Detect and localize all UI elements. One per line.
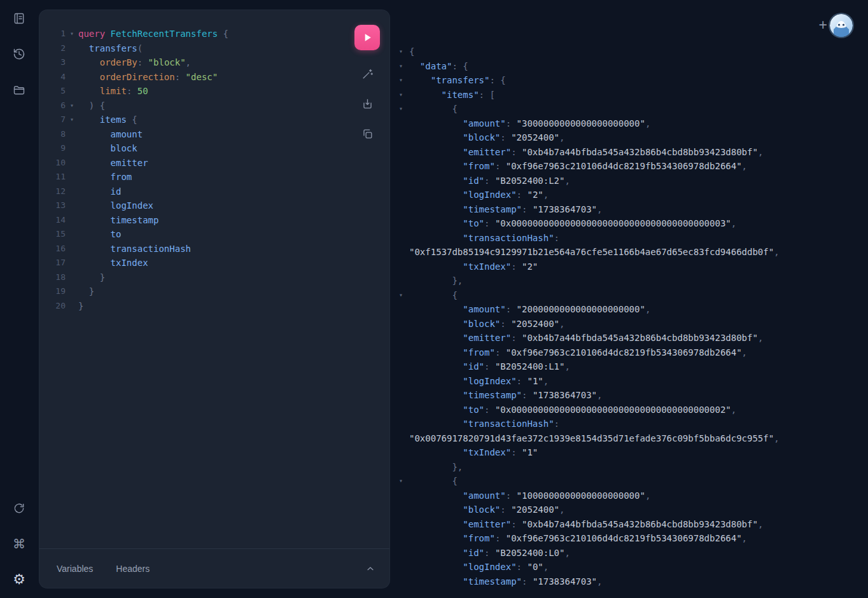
response-code-line: ▾ "data": {: [395, 59, 868, 74]
editor-code-line[interactable]: 18 }: [39, 270, 344, 285]
response-code-line: "emitter": "0xb4b7a44bfbda545a432b86b4cb…: [395, 145, 868, 160]
docs-panel-icon[interactable]: [12, 11, 26, 25]
response-code-line: },: [395, 460, 868, 475]
fold-spacer: [395, 531, 409, 546]
editor-code-line[interactable]: 13 logIndex: [39, 198, 344, 213]
editor-code-line[interactable]: 11 from: [39, 170, 344, 184]
code-text: "logIndex": "0",: [409, 560, 549, 574]
query-editor[interactable]: 1▾query FetchRecentTransfers {2 transfer…: [39, 27, 344, 313]
fold-spacer: [395, 116, 409, 131]
editor-code-line[interactable]: 8 amount: [39, 127, 344, 142]
fold-toggle-icon[interactable]: ▾: [395, 73, 409, 88]
fold-spacer: [395, 445, 409, 460]
prettify-button[interactable]: [361, 67, 374, 80]
editor-code-line[interactable]: 17 txIndex: [39, 256, 344, 270]
fold-toggle-icon[interactable]: ▾: [395, 59, 409, 74]
code-text: orderBy: "block",: [78, 55, 191, 70]
editor-code-line[interactable]: 2 transfers(: [39, 41, 344, 56]
keyboard-shortcuts-icon[interactable]: ⌘: [12, 537, 26, 551]
collections-icon[interactable]: [12, 83, 26, 97]
app-logo: [830, 14, 853, 37]
code-text: {: [409, 288, 458, 303]
editor-code-line[interactable]: 3 orderBy: "block",: [39, 55, 344, 70]
fold-spacer: [66, 156, 78, 170]
response-code-line: "0xf1537db85194c9129971b21e564a76cfe5e11…: [395, 245, 868, 260]
code-text: {: [409, 45, 414, 59]
code-text: "block": "2052400",: [409, 317, 564, 331]
line-number: 7: [39, 113, 66, 127]
fold-spacer: [395, 388, 409, 403]
editor-code-line[interactable]: 7▾ items {: [39, 113, 344, 127]
code-text: id: [78, 184, 121, 199]
response-code-line: "block": "2052400",: [395, 317, 868, 331]
collapse-footer-button[interactable]: [365, 564, 375, 574]
fold-spacer: [395, 174, 409, 188]
new-tab-button[interactable]: +: [819, 17, 827, 32]
fold-toggle-icon[interactable]: ▾: [395, 102, 409, 116]
code-text: "txIndex": "2": [409, 260, 538, 274]
history-icon[interactable]: [12, 47, 26, 61]
code-text: "timestamp": "1738364703",: [409, 202, 602, 217]
code-text: "transfers": {: [409, 73, 506, 88]
code-text: }: [78, 299, 83, 314]
code-text: "logIndex": "1",: [409, 374, 549, 389]
fold-toggle-icon[interactable]: ▾: [66, 27, 78, 41]
fold-spacer: [395, 130, 409, 145]
editor-code-line[interactable]: 16 transactionHash: [39, 242, 344, 256]
line-number: 14: [39, 213, 66, 228]
editor-code-line[interactable]: 14 timestamp: [39, 213, 344, 228]
response-code-line: "to": "0x0000000000000000000000000000000…: [395, 403, 868, 417]
fold-spacer: [66, 55, 78, 70]
tab-variables[interactable]: Variables: [57, 564, 93, 574]
editor-code-line[interactable]: 12 id: [39, 184, 344, 199]
line-number: 18: [39, 270, 66, 285]
editor-code-line[interactable]: 6▾ ) {: [39, 99, 344, 113]
left-icon-rail: ⌘ ⚙: [0, 0, 38, 598]
line-number: 11: [39, 170, 66, 184]
code-text: },: [409, 274, 463, 288]
editor-code-line[interactable]: 5 limit: 50: [39, 84, 344, 99]
refresh-schema-icon[interactable]: [12, 501, 26, 515]
response-code-line: ▾ "items": [: [395, 88, 868, 102]
fold-spacer: [395, 517, 409, 532]
code-text: },: [409, 460, 463, 475]
editor-code-line[interactable]: 1▾query FetchRecentTransfers {: [39, 27, 344, 41]
merge-fragments-button[interactable]: [361, 97, 374, 110]
rail-bottom-group: ⌘ ⚙: [12, 480, 26, 587]
response-code-line: "to": "0x0000000000000000000000000000000…: [395, 216, 868, 231]
fold-toggle-icon[interactable]: ▾: [66, 113, 78, 127]
response-code-line: ▾ {: [395, 474, 868, 489]
response-viewer: ▾{▾ "data": {▾ "transfers": {▾ "items": …: [395, 45, 868, 598]
fold-toggle-icon[interactable]: ▾: [395, 88, 409, 102]
code-text: "id": "B2052400:L2",: [409, 174, 570, 188]
settings-gear-icon[interactable]: ⚙: [12, 573, 26, 587]
code-text: transactionHash: [78, 242, 191, 256]
response-code-line: "id": "B2052400:L2",: [395, 174, 868, 188]
fold-toggle-icon[interactable]: ▾: [395, 45, 409, 59]
fold-spacer: [395, 188, 409, 202]
tab-headers[interactable]: Headers: [116, 564, 150, 574]
line-number: 17: [39, 256, 66, 270]
editor-code-line[interactable]: 4 orderDirection: "desc": [39, 70, 344, 85]
copy-query-button[interactable]: [361, 127, 374, 140]
fold-spacer: [66, 170, 78, 184]
editor-code-line[interactable]: 19 }: [39, 284, 344, 299]
response-code-line: "logIndex": "0",: [395, 560, 868, 574]
code-text: "amount": "1000000000000000000000",: [409, 489, 650, 503]
response-code-line: ▾ "transfers": {: [395, 73, 868, 88]
fold-toggle-icon[interactable]: ▾: [395, 474, 409, 489]
editor-code-line[interactable]: 20}: [39, 299, 344, 314]
editor-code-line[interactable]: 10 emitter: [39, 156, 344, 170]
code-text: "to": "0x0000000000000000000000000000000…: [409, 403, 736, 417]
response-code-line: "from": "0xf96e7963c210106d4dc8219fb5343…: [395, 159, 868, 174]
execute-query-button[interactable]: [354, 25, 380, 50]
line-number: 6: [39, 99, 66, 113]
line-number: 16: [39, 242, 66, 256]
code-text: emitter: [78, 156, 148, 170]
fold-toggle-icon[interactable]: ▾: [66, 99, 78, 113]
editor-code-line[interactable]: 9 block: [39, 141, 344, 156]
code-text: block: [78, 141, 137, 156]
fold-toggle-icon[interactable]: ▾: [395, 288, 409, 303]
editor-code-line[interactable]: 15 to: [39, 227, 344, 242]
response-code-line: "txIndex": "2": [395, 260, 868, 274]
